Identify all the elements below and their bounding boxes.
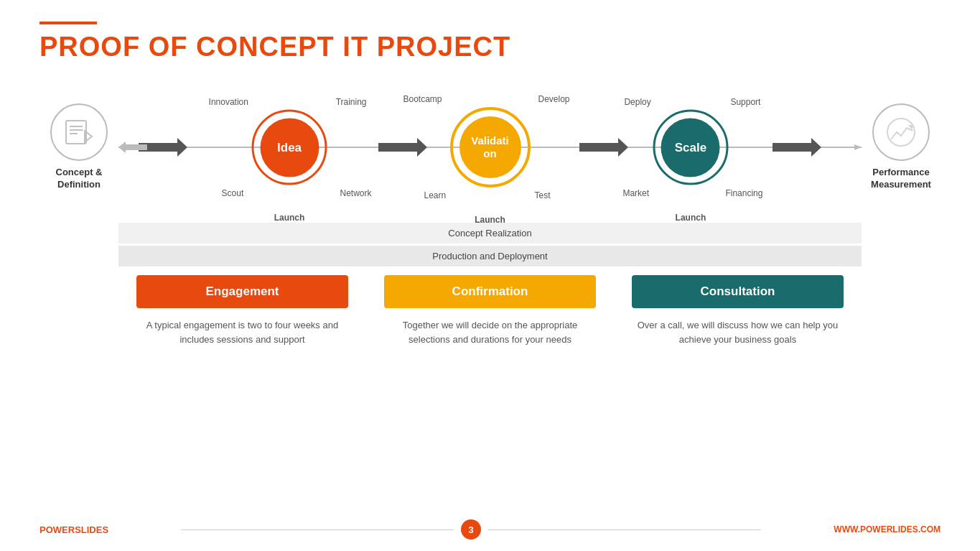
confirmation-text: Together we will decide on the appropria… [384, 318, 596, 346]
idea-below-right: Network [340, 188, 372, 198]
concept-icon [63, 116, 95, 148]
confirmation-card: Confirmation Together we will decide on … [366, 275, 614, 346]
footer-brand: POWERSLIDES [39, 524, 108, 535]
engagement-card: Engagement A typical engagement is two t… [118, 275, 366, 346]
scale-below-left: Market [622, 188, 649, 198]
performance-icon [885, 116, 917, 148]
title-part1: PROOF OF [39, 32, 196, 62]
performance-icon-circle [872, 103, 930, 161]
idea-below-left: Scout [222, 188, 244, 198]
validation-node: Validation Bootcamp Develop Learn Test L… [450, 107, 531, 187]
footer-page-number: 3 [461, 519, 481, 540]
svg-rect-0 [66, 121, 86, 144]
info-section: Concept Realization Production and Deplo… [118, 223, 862, 346]
idea-above-left: Innovation [209, 97, 248, 107]
header-accent-line [39, 22, 97, 24]
scale-above-right: Support [730, 97, 760, 107]
page: PROOF OF CONCEPT IT PROJECT Concept &Def… [0, 0, 980, 551]
diagram-section: Concept &Definition Idea Innovation [39, 75, 941, 219]
arrow-after-scale [773, 138, 821, 157]
scale-launch: Launch [676, 213, 706, 223]
right-icon-label: PerformanceMeasurement [871, 167, 931, 191]
left-icon-label: Concept &Definition [56, 167, 103, 191]
arrow-to-scale [579, 138, 628, 157]
engagement-text: A typical engagement is two to four week… [136, 318, 348, 346]
footer: POWERSLIDES 3 WWW.POWERLIDES.COM [39, 519, 941, 540]
footer-line-left [181, 529, 454, 530]
idea-node: Idea Innovation Training Scout Network L… [252, 110, 327, 185]
validation-above-right: Develop [538, 94, 569, 104]
banner-concept-realization: Concept Realization [118, 223, 862, 244]
banner-production: Production and Deployment [118, 246, 862, 267]
consultation-card: Consultation Over a call, we will discus… [614, 275, 862, 346]
validation-launch: Launch [475, 215, 505, 225]
scale-above-left: Deploy [624, 97, 650, 107]
svg-marker-11 [854, 144, 862, 150]
confirmation-header: Confirmation [384, 275, 596, 308]
footer-url: WWW.POWERLIDES.COM [834, 524, 941, 534]
page-title: PROOF OF CONCEPT IT PROJECT [39, 32, 941, 62]
left-side-icon: Concept &Definition [39, 103, 118, 191]
left-arrow [118, 142, 147, 153]
consultation-header: Consultation [632, 275, 844, 308]
brand-power: POWER [39, 524, 75, 535]
validation-above-left: Bootcamp [403, 94, 442, 104]
validation-below-left: Learn [424, 190, 447, 200]
idea-above-right: Training [336, 97, 367, 107]
engagement-header: Engagement [136, 275, 348, 308]
right-end-arrow [844, 142, 862, 153]
idea-launch: Launch [274, 213, 305, 223]
cards-row: Engagement A typical engagement is two t… [118, 275, 862, 346]
scale-node: Scale Deploy Support Market Financing La… [653, 110, 728, 185]
svg-marker-7 [579, 138, 628, 157]
concept-icon-circle [50, 103, 108, 161]
scale-below-right: Financing [725, 188, 762, 198]
svg-marker-8 [773, 138, 821, 157]
title-part2: CONCEPT IT PROJECT [196, 32, 510, 62]
right-side-icon: PerformanceMeasurement [862, 103, 941, 191]
consultation-text: Over a call, we will discuss how we can … [632, 318, 844, 346]
flow-container: Idea Innovation Training Scout Network L… [118, 75, 862, 219]
svg-rect-12 [887, 119, 915, 146]
brand-slides: SLIDES [75, 524, 108, 535]
footer-center: 3 [108, 519, 834, 540]
arrow-to-validation [378, 138, 427, 157]
svg-marker-9 [118, 142, 147, 153]
footer-line-right [488, 529, 761, 530]
svg-marker-6 [378, 138, 427, 157]
validation-below-right: Test [534, 190, 550, 200]
